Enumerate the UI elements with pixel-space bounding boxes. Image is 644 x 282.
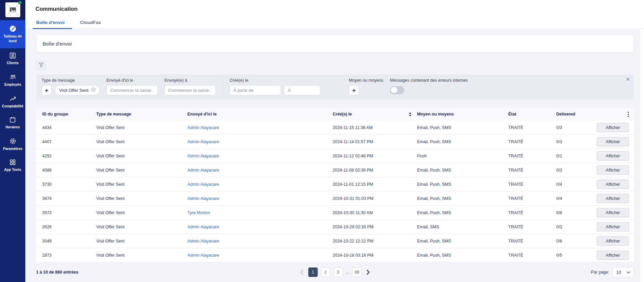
internal-errors-toggle[interactable] xyxy=(390,86,404,94)
cell-mediums: Email, Push, SMS xyxy=(417,239,508,243)
cell-created-date: 2024-10-30 11:30 AM xyxy=(333,210,417,215)
afficher-button[interactable]: Afficher xyxy=(597,236,629,246)
sender-link[interactable]: Admin Alayacare xyxy=(187,196,219,201)
sidebar-item-employes[interactable]: Employés xyxy=(0,70,25,91)
recipient-search-input[interactable] xyxy=(164,85,216,95)
column-header-type[interactable]: Type de message xyxy=(96,112,187,117)
filter-label: Créé(e) le xyxy=(230,78,320,83)
filter-label: Moyen ou moyens xyxy=(349,78,383,83)
chevron-left-icon[interactable] xyxy=(299,269,305,275)
filter-toggle-button[interactable] xyxy=(36,60,46,70)
filter-label: Messages contenant des erreurs internes xyxy=(390,78,468,83)
tab-bar: Boîte d'envoi CloudFax xyxy=(25,18,644,29)
afficher-button[interactable]: Afficher xyxy=(597,137,629,146)
sidebar-item-comptabilite[interactable]: Comptabilité xyxy=(0,91,25,113)
sidebar-item-label: Tableau de bord xyxy=(1,34,24,43)
per-page-label: Par page: xyxy=(591,270,609,275)
afficher-button[interactable]: Afficher xyxy=(597,222,629,231)
kebab-menu-icon[interactable] xyxy=(627,111,629,117)
column-header-state[interactable]: État xyxy=(508,112,556,117)
sidebar-item-tableau-de-bord[interactable]: Tableau de bord xyxy=(0,20,25,48)
page-button-3[interactable]: 3 xyxy=(333,267,343,277)
sidebar-item-label: Employés xyxy=(4,82,21,87)
cell-state: TRAITÉ xyxy=(508,139,556,144)
cell-group-id: 4434 xyxy=(36,125,96,130)
tab-boite-denvoi[interactable]: Boîte d'envoi xyxy=(36,20,65,29)
filter-cree-le: Créé(e) le xyxy=(230,78,320,95)
add-message-type-button[interactable]: + xyxy=(42,85,52,95)
column-header-sender[interactable]: Envoyé d'ici le xyxy=(187,112,333,117)
add-medium-button[interactable]: + xyxy=(349,85,359,95)
column-header-created-label: Créé(e) le xyxy=(333,112,352,117)
sender-link[interactable]: Admin Alayacare xyxy=(187,239,219,243)
cell-created-date: 2024-10-31 01:03 PM xyxy=(333,196,417,201)
afficher-button[interactable]: Afficher xyxy=(597,180,629,189)
close-icon[interactable]: ✕ xyxy=(626,77,630,82)
column-header-created[interactable]: Créé(e) le xyxy=(333,112,417,117)
sender-link[interactable]: Admin Alayacare xyxy=(187,168,219,173)
cell-message-type: Visit Offer Sent xyxy=(96,196,187,201)
sender-link[interactable]: Admin Alayacare xyxy=(187,225,219,229)
filter-label: Envoyé d'ici le xyxy=(106,78,158,83)
chevron-down-icon xyxy=(626,270,630,275)
page-button-1[interactable]: 1 xyxy=(308,267,318,277)
sender-search-input[interactable] xyxy=(106,85,158,95)
sender-link[interactable]: Admin Alayacare xyxy=(187,139,219,144)
per-page-select[interactable]: 10 xyxy=(612,267,634,277)
table-row: 3049 Visit Offer Sent Admin Alayacare 20… xyxy=(36,234,634,248)
cell-mediums: Email, Push, SMS xyxy=(417,196,508,201)
column-header-mediums[interactable]: Moyen ou moyens xyxy=(417,112,508,117)
plus-icon: + xyxy=(352,87,356,94)
page-button-last[interactable]: 86 xyxy=(352,267,362,277)
sidebar-item-app-tools[interactable]: App Tools xyxy=(0,155,25,176)
cell-mediums: Push xyxy=(417,154,508,158)
cell-message-type: Visit Offer Sent xyxy=(96,125,187,130)
cell-state: TRAITÉ xyxy=(508,253,556,258)
cell-mediums: Email, Push, SMS xyxy=(417,168,508,173)
afficher-button[interactable]: Afficher xyxy=(597,165,629,175)
sender-link[interactable]: Admin Alayacare xyxy=(187,182,219,187)
sidebar-item-clients[interactable]: Clients xyxy=(0,48,25,70)
sidebar-item-parametres[interactable]: Paramètres xyxy=(0,134,25,155)
circle-x-icon[interactable] xyxy=(91,87,96,93)
per-page-control: Par page: 10 xyxy=(591,267,634,277)
filter-type-de-message: Type de message + Visit Offer Sent xyxy=(42,78,100,95)
app-logo[interactable] xyxy=(0,0,25,20)
created-from-date-input[interactable] xyxy=(230,85,281,95)
tab-cloudfax[interactable]: CloudFax xyxy=(80,20,101,29)
cell-group-id: 3730 xyxy=(36,182,96,187)
cell-group-id: 3674 xyxy=(36,196,96,201)
grid-icon xyxy=(9,159,16,166)
cell-mediums: Email, Push, SMS xyxy=(417,182,508,187)
cell-created-date: 2024-11-08 02:39 PM xyxy=(333,168,417,173)
cell-delivered: 0/3 xyxy=(556,139,590,144)
sender-link[interactable]: Admin Alayacare xyxy=(187,253,219,258)
sort-arrows-icon[interactable] xyxy=(409,112,412,117)
cell-message-type: Visit Offer Sent xyxy=(96,239,187,243)
afficher-button[interactable]: Afficher xyxy=(597,208,629,217)
table-row: 3573 Visit Offer Sent Tyra Morton 2024-1… xyxy=(36,206,634,220)
sender-link[interactable]: Tyra Morton xyxy=(187,210,210,215)
cell-state: TRAITÉ xyxy=(508,196,556,201)
afficher-button[interactable]: Afficher xyxy=(597,151,629,160)
table-body: 4434 Visit Offer Sent Admin Alayacare 20… xyxy=(36,121,634,262)
afficher-button[interactable]: Afficher xyxy=(597,123,629,132)
sender-link[interactable]: Admin Alayacare xyxy=(187,125,219,130)
cell-mediums: Email, SMS xyxy=(417,225,508,229)
page-title: Communication xyxy=(35,6,78,12)
afficher-button[interactable]: Afficher xyxy=(597,251,629,260)
afficher-button[interactable]: Afficher xyxy=(597,194,629,203)
page-button-2[interactable]: 2 xyxy=(321,267,330,277)
column-header-id[interactable]: ID du groupe xyxy=(36,112,96,117)
broken-image-icon xyxy=(5,2,20,17)
table-row: 4088 Visit Offer Sent Admin Alayacare 20… xyxy=(36,163,634,177)
created-to-date-input[interactable] xyxy=(284,85,320,95)
chevron-right-icon[interactable] xyxy=(365,269,371,275)
message-type-chip[interactable]: Visit Offer Sent xyxy=(55,85,100,95)
column-header-delivered[interactable]: Delivered xyxy=(556,112,590,117)
content-area: Boîte d'envoi Type de message + V xyxy=(25,29,641,282)
cell-state: TRAITÉ xyxy=(508,125,556,130)
sender-link[interactable]: Admin Alayacare xyxy=(187,154,219,158)
cell-created-date: 2024-10-22 12:22 PM xyxy=(333,239,417,243)
sidebar-item-horaires[interactable]: Horaires xyxy=(0,112,25,134)
